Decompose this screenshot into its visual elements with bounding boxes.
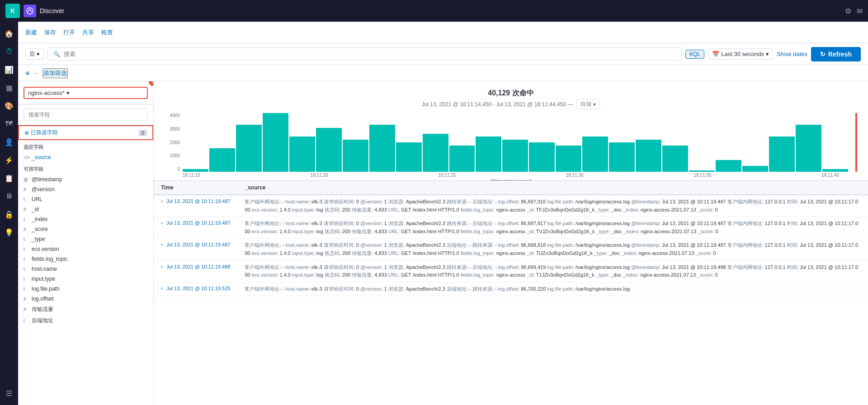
kibana-logo[interactable]: K bbox=[5, 4, 20, 18]
top-nav: K Discover ⚙ ✉ bbox=[0, 0, 868, 22]
sidebar-siem[interactable]: 🔒 bbox=[1, 206, 17, 222]
field-ecs-version[interactable]: t ecs.version bbox=[18, 244, 153, 254]
chart-bar[interactable] bbox=[396, 142, 422, 172]
field-version[interactable]: # @version bbox=[18, 184, 153, 194]
chart-bar[interactable] bbox=[423, 134, 448, 172]
field-index[interactable]: t _index bbox=[18, 214, 153, 224]
filter-icon: ⊕ bbox=[25, 70, 30, 76]
kql-badge[interactable]: KQL bbox=[685, 50, 704, 59]
time-picker[interactable]: 📅 Last 30 seconds ▾ bbox=[708, 48, 773, 60]
field-input-type[interactable]: t input.type bbox=[18, 274, 153, 284]
sidebar-maps[interactable]: 🗺 bbox=[1, 116, 17, 132]
sidebar-discover[interactable]: ⏱ bbox=[1, 43, 17, 60]
results-area[interactable]: Time _source ›Jul 13, 2021 @ 10:11:19.48… bbox=[154, 181, 868, 405]
chart-bar[interactable] bbox=[636, 140, 661, 172]
app-icon bbox=[24, 5, 36, 17]
field-url-label: URL bbox=[32, 196, 42, 202]
chart-bar[interactable] bbox=[662, 146, 688, 172]
expand-button[interactable]: › bbox=[161, 264, 163, 270]
inspect-button[interactable]: 检查 bbox=[101, 28, 113, 37]
index-selector[interactable]: ☰ ▾ bbox=[25, 48, 44, 60]
chart-bar[interactable] bbox=[556, 146, 581, 172]
table-row: ›Jul 13, 2021 @ 10:11:19.488客户端外网地址: - h… bbox=[154, 260, 868, 282]
chart-bar[interactable] bbox=[209, 148, 235, 172]
refresh-button[interactable]: ↻ Refresh bbox=[811, 47, 861, 61]
field-id[interactable]: # _id bbox=[18, 204, 153, 214]
chart-bar[interactable] bbox=[742, 166, 768, 172]
expand-button[interactable]: › bbox=[161, 198, 163, 204]
chart-bar[interactable] bbox=[316, 128, 342, 172]
chart-title: 40,129 次命中 bbox=[165, 89, 857, 98]
index-pattern-selector[interactable]: nginx-access* ▾ bbox=[24, 87, 148, 99]
selected-fields-icon: ⊕ bbox=[24, 130, 29, 136]
chart-bar[interactable] bbox=[369, 125, 395, 172]
chart-bar[interactable] bbox=[529, 142, 555, 172]
chart-bar[interactable] bbox=[183, 169, 208, 172]
field-search-input[interactable] bbox=[24, 108, 148, 121]
chart-scroll-indicator bbox=[855, 113, 857, 172]
expand-button[interactable]: › bbox=[161, 285, 163, 292]
field-url[interactable]: t URL bbox=[18, 194, 153, 204]
field-score[interactable]: # _score bbox=[18, 224, 153, 234]
chart-bar[interactable] bbox=[582, 137, 608, 172]
main-panel: 40,129 次命中 Jul 13, 2021 @ 18:11:14.450 -… bbox=[154, 81, 868, 405]
chart-y-axis: 4000 3000 2000 1000 0 bbox=[165, 113, 182, 172]
field-bandwidth[interactable]: # 传输流量 bbox=[18, 304, 153, 315]
field-log-topic[interactable]: t fields.log_topic bbox=[18, 254, 153, 264]
table-row: ›Jul 13, 2021 @ 10:11:19.525客户端外网地址: - h… bbox=[154, 282, 868, 296]
bandwidth-type-icon: # bbox=[24, 307, 29, 312]
corner-badge: 3 bbox=[149, 81, 154, 86]
selected-fields-btn[interactable]: ⊕ 已筛选字段 bbox=[24, 129, 58, 137]
auto-select[interactable]: 自动 ▾ bbox=[576, 99, 600, 109]
available-section-title: 可用字段 bbox=[18, 162, 153, 174]
chart-bar[interactable] bbox=[716, 160, 741, 172]
sidebar-home[interactable]: 🏠 bbox=[1, 25, 17, 42]
chart-bar[interactable] bbox=[796, 125, 821, 172]
sidebar-uptime[interactable]: 💡 bbox=[1, 224, 17, 240]
chart-bar[interactable] bbox=[236, 125, 262, 172]
chart-bar[interactable] bbox=[609, 142, 635, 172]
field-log-file-path[interactable]: t log.file.path bbox=[18, 284, 153, 294]
chart-bar[interactable] bbox=[769, 137, 795, 172]
field-host-name[interactable]: t host.name bbox=[18, 264, 153, 274]
field-type[interactable]: t _type bbox=[18, 234, 153, 244]
search-input[interactable] bbox=[64, 51, 676, 57]
field-backend-addr[interactable]: t 后端地址 bbox=[18, 315, 153, 326]
chart-bar[interactable] bbox=[822, 169, 848, 172]
sidebar-ml[interactable]: 👤 bbox=[1, 134, 17, 150]
open-button[interactable]: 打开 bbox=[63, 28, 75, 37]
expand-button[interactable]: › bbox=[161, 220, 163, 226]
sidebar-infra[interactable]: 🖥 bbox=[1, 188, 17, 204]
chart-bar[interactable] bbox=[263, 113, 288, 172]
new-button[interactable]: 新建 bbox=[25, 28, 37, 37]
field-log-offset[interactable]: # log.offset bbox=[18, 294, 153, 304]
sidebar-logs[interactable]: 📋 bbox=[1, 170, 17, 186]
backend-type-icon: t bbox=[24, 318, 29, 323]
source-cell: 客户端外网地址: - host.name: elk-3 请求响应时间: 0 @v… bbox=[237, 239, 868, 260]
x-label-6: 18:11:40 bbox=[821, 173, 839, 178]
chart-bar[interactable] bbox=[289, 137, 315, 172]
chart-bar[interactable] bbox=[449, 146, 475, 172]
chart-bar[interactable] bbox=[343, 140, 368, 172]
source-field-item[interactable]: </> _source bbox=[18, 152, 153, 162]
log-topic-type-icon: t bbox=[24, 257, 29, 262]
sidebar-apm[interactable]: ⚡ bbox=[1, 152, 17, 168]
sidebar-visualize[interactable]: 📊 bbox=[1, 61, 17, 78]
chart-bar[interactable] bbox=[689, 170, 715, 172]
field-filter-row: ⊕ 已筛选字段 0 bbox=[18, 125, 153, 140]
expand-button[interactable]: › bbox=[161, 241, 163, 248]
field-timestamp[interactable]: @ @timestamp bbox=[18, 174, 153, 184]
save-button[interactable]: 保存 bbox=[44, 28, 56, 37]
add-filter-button[interactable]: 添加筛选 bbox=[42, 68, 68, 78]
sidebar-dashboard[interactable]: ▦ bbox=[1, 80, 17, 96]
chart-bar[interactable] bbox=[502, 140, 528, 172]
mail-icon[interactable]: ✉ bbox=[857, 7, 863, 15]
source-cell: 客户端外网地址: - host.name: elk-3 请求响应时间: 0 @v… bbox=[237, 260, 868, 282]
sidebar-stack[interactable]: ☰ bbox=[1, 385, 17, 401]
share-button[interactable]: 共享 bbox=[82, 28, 94, 37]
settings-icon[interactable]: ⚙ bbox=[845, 7, 851, 15]
sidebar-canvas[interactable]: 🎨 bbox=[1, 98, 17, 114]
search-icon: 🔍 bbox=[53, 51, 60, 57]
show-dates-button[interactable]: Show dates bbox=[777, 51, 807, 57]
chart-bar[interactable] bbox=[476, 137, 501, 172]
